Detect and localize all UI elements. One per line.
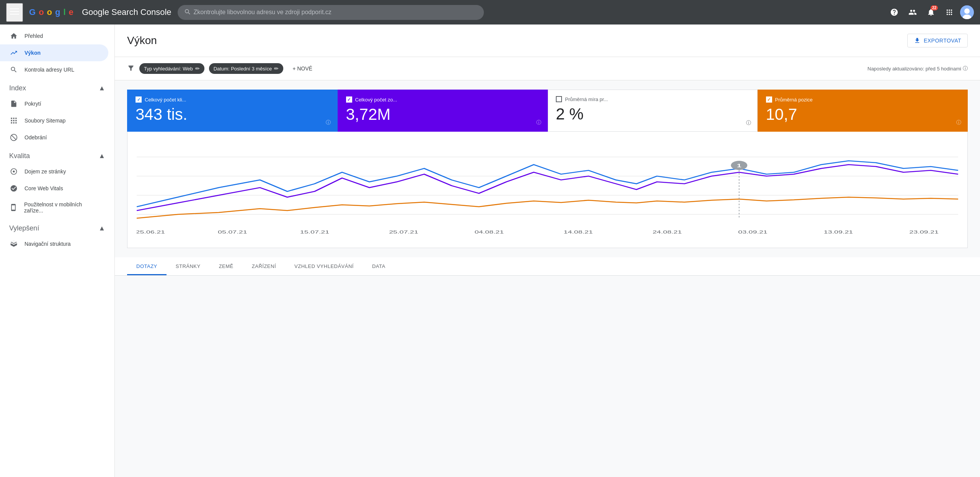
metric-checkbox-ctr[interactable] (556, 96, 562, 102)
sidebar-item-nav[interactable]: Navigační struktura (0, 235, 108, 252)
sidebar-item-dojem[interactable]: Dojem ze stránky (0, 163, 108, 180)
metric-info-position[interactable]: ⓘ (955, 119, 962, 126)
home-icon (9, 32, 18, 40)
notifications-button[interactable]: 22 (923, 5, 939, 20)
svg-text:25.07.21: 25.07.21 (389, 230, 418, 235)
metric-value-impressions: 3,72M (346, 106, 540, 123)
metric-checkbox-clicks[interactable] (136, 96, 142, 103)
filter-type-label: Typ vyhledávání: Web (144, 66, 193, 72)
help-button[interactable] (887, 5, 902, 20)
accounts-button[interactable] (905, 5, 920, 20)
metric-card-position[interactable]: Průměrná pozice 10,7 ⓘ (758, 90, 968, 132)
filter-chip-type[interactable]: Typ vyhledávání: Web ✏ (139, 63, 204, 74)
sidebar-item-pokryti[interactable]: Pokrytí (0, 95, 108, 112)
tab-label-data: DATA (372, 263, 385, 269)
menu-icon[interactable] (6, 3, 23, 22)
vykon-icon (9, 49, 18, 57)
tabs-bar: DOTAZY STRÁNKY ZEMĚ ZAŘÍZENÍ VZHLED VYHL… (115, 257, 980, 276)
sidebar-item-odebrani[interactable]: Odebrání (0, 129, 108, 146)
tab-label-zeme: ZEMĚ (219, 263, 234, 269)
tab-vzhled[interactable]: VZHLED VYHLEDÁVÁNÍ (285, 257, 363, 275)
chart-container: 1 25.06.21 05.07.21 15.07.21 25.07.21 04… (127, 132, 968, 248)
metric-label-position: Průměrná pozice (775, 97, 813, 103)
metric-label-impressions: Celkový počet zo... (355, 97, 397, 103)
metric-card-clicks[interactable]: Celkový počet kli... 343 tis. ⓘ (127, 90, 338, 132)
sidebar-label-nav: Navigační struktura (24, 241, 71, 247)
metric-info-impressions[interactable]: ⓘ (535, 119, 542, 126)
metric-header-position: Průměrná pozice (766, 96, 960, 103)
metric-label-clicks: Celkový počet kli... (145, 97, 186, 103)
sidebar: Přehled Výkon Kontrola adresy URL Index … (0, 25, 115, 477)
mobilni-icon (9, 204, 18, 211)
svg-rect-1 (10, 11, 19, 12)
nav-icon (9, 240, 18, 248)
sidebar-label-prehled: Přehled (24, 33, 43, 39)
filter-status: Naposledy aktualizováno: před 5 hodinami… (867, 65, 968, 72)
filter-chip-date[interactable]: Datum: Poslední 3 měsíce ✏ (209, 63, 283, 74)
metric-value-position: 10,7 (766, 106, 960, 123)
metric-info-ctr[interactable]: ⓘ (745, 119, 753, 127)
search-icon (184, 8, 191, 17)
metric-card-impressions[interactable]: Celkový počet zo... 3,72M ⓘ (338, 90, 548, 132)
sidebar-label-mobilni: Použitelnost v mobilních zaříze... (24, 201, 99, 214)
tab-zarizeni[interactable]: ZAŘÍZENÍ (243, 257, 285, 275)
metric-checkbox-position[interactable] (766, 96, 772, 103)
odebrani-icon (9, 134, 18, 141)
pokryti-icon (9, 100, 18, 108)
svg-text:13.09.21: 13.09.21 (824, 230, 853, 235)
filter-date-label: Datum: Poslední 3 měsíce (214, 66, 272, 72)
sidebar-item-mobilni[interactable]: Použitelnost v mobilních zaříze... (0, 197, 108, 218)
sidebar-item-vykon[interactable]: Výkon (0, 44, 108, 61)
filter-add-label: + NOVÉ (292, 65, 312, 72)
svg-text:24.08.21: 24.08.21 (653, 230, 682, 235)
tab-data[interactable]: DATA (363, 257, 395, 275)
vylepseni-section-label: Vylepšení (9, 224, 39, 232)
svg-point-9 (13, 171, 15, 173)
dojem-icon (9, 168, 18, 175)
kvalita-collapse-icon: ▲ (98, 152, 105, 160)
app-name: Google Search Console (82, 7, 172, 17)
metrics-container: Celkový počet kli... 343 tis. ⓘ Celkový … (115, 80, 980, 132)
topbar-actions: 22 (887, 5, 974, 20)
notification-count: 22 (931, 5, 938, 10)
main-content: Výkon EXPORTOVAT Typ vyhledávání: Web ✏ … (115, 25, 980, 477)
search-input[interactable] (194, 9, 478, 16)
metric-checkbox-impressions[interactable] (346, 96, 352, 103)
page-title: Výkon (127, 34, 157, 47)
index-collapse-icon: ▲ (98, 84, 105, 92)
export-button[interactable]: EXPORTOVAT (907, 34, 968, 47)
svg-text:03.09.21: 03.09.21 (738, 230, 768, 235)
avatar[interactable] (960, 5, 974, 19)
tab-stranky[interactable]: STRÁNKY (167, 257, 210, 275)
sidebar-item-url[interactable]: Kontrola adresy URL (0, 61, 108, 78)
svg-text:25.06.21: 25.06.21 (137, 230, 165, 235)
export-label: EXPORTOVAT (924, 38, 961, 44)
tab-zeme[interactable]: ZEMĚ (210, 257, 243, 275)
search-url-icon (9, 66, 18, 74)
filter-bar: Typ vyhledávání: Web ✏ Datum: Poslední 3… (115, 57, 980, 80)
metric-info-clicks[interactable]: ⓘ (325, 119, 332, 126)
sidebar-section-kvalita[interactable]: Kvalita ▲ (0, 146, 114, 163)
sidebar-item-sitemap[interactable]: Soubory Sitemap (0, 112, 108, 129)
svg-rect-0 (10, 8, 19, 9)
sidebar-label-dojem: Dojem ze stránky (24, 168, 66, 175)
sidebar-label-vykon: Výkon (24, 50, 41, 56)
sidebar-item-prehled[interactable]: Přehled (0, 28, 108, 44)
filter-date-edit-icon: ✏ (274, 65, 279, 72)
sidebar-section-vylepseni[interactable]: Vylepšení ▲ (0, 218, 114, 235)
tab-label-stranky: STRÁNKY (176, 263, 201, 269)
filter-add-button[interactable]: + NOVÉ (288, 63, 317, 74)
svg-text:14.08.21: 14.08.21 (564, 230, 593, 235)
sidebar-label-url: Kontrola adresy URL (24, 67, 74, 73)
metric-card-ctr[interactable]: Průměrná míra pr... 2 % ⓘ (548, 90, 758, 132)
search-bar[interactable] (178, 5, 484, 20)
filter-status-icon: ⓘ (963, 65, 968, 72)
apps-button[interactable] (942, 5, 957, 20)
tab-dotazy[interactable]: DOTAZY (127, 257, 167, 275)
sidebar-item-cwv[interactable]: Core Web Vitals (0, 180, 108, 197)
sidebar-section-index[interactable]: Index ▲ (0, 78, 114, 95)
vylepseni-collapse-icon: ▲ (98, 224, 105, 232)
topbar: Google Google Search Console 22 (0, 0, 980, 25)
tab-label-zarizeni: ZAŘÍZENÍ (252, 263, 276, 269)
layout: Přehled Výkon Kontrola adresy URL Index … (0, 25, 980, 477)
